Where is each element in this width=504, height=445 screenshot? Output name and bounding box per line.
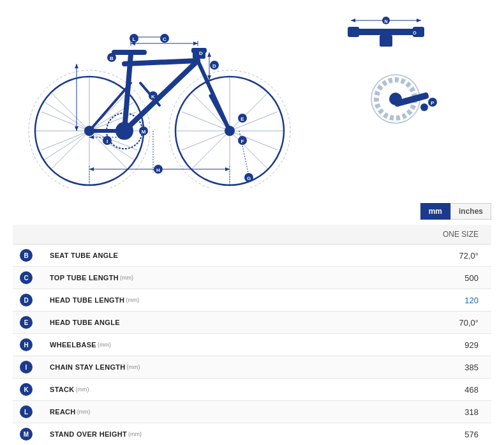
table-row: HWHEELBASE(mm)929 xyxy=(13,334,491,356)
table-row: KSTACK(mm)468 xyxy=(13,379,491,401)
svg-marker-52 xyxy=(75,126,78,131)
row-label: TOP TUBE LENGTH xyxy=(50,274,119,282)
svg-text:H: H xyxy=(156,167,160,173)
label-cell: STACK(mm) xyxy=(45,379,268,401)
label-cell: WHEELBASE(mm) xyxy=(45,334,268,356)
row-badge: D xyxy=(20,294,33,306)
svg-line-20 xyxy=(124,61,198,64)
row-unit: (mm) xyxy=(77,409,91,415)
label-cell: HEAD TUBE ANGLE xyxy=(45,312,268,334)
svg-text:F: F xyxy=(241,139,244,144)
label-cell: SEAT TUBE ANGLE xyxy=(45,245,268,267)
badge-cell: I xyxy=(13,356,45,379)
crank-diagram: P xyxy=(364,70,440,128)
table-row: LREACH(mm)318 xyxy=(13,401,491,423)
specs-table: ONE SIZE BSEAT TUBE ANGLE72,0°CTOP TUBE … xyxy=(13,225,491,445)
badge-cell: D xyxy=(13,289,45,312)
label-cell: TOP TUBE LENGTH(mm) xyxy=(45,267,268,289)
inches-button[interactable]: inches xyxy=(450,203,491,220)
value-cell: 929 xyxy=(268,334,491,356)
svg-text:N: N xyxy=(384,19,387,24)
svg-text:L: L xyxy=(133,36,136,42)
svg-text:G: G xyxy=(247,176,251,181)
table-col-badge xyxy=(13,225,268,245)
table-row: EHEAD TUBE ANGLE70,0° xyxy=(13,312,491,334)
badge-cell: E xyxy=(13,312,45,334)
table-row: MSTAND OVER HEIGHT(mm)576 xyxy=(13,423,491,446)
svg-rect-85 xyxy=(348,27,359,37)
badge-cell: L xyxy=(13,401,45,423)
svg-marker-38 xyxy=(193,41,198,45)
row-badge: C xyxy=(20,271,33,284)
bike-diagram: B C D E F H I K L xyxy=(13,6,293,188)
value-cell: 468 xyxy=(268,379,491,401)
label-cell: HEAD TUBE LENGTH(mm) xyxy=(45,289,268,312)
svg-rect-83 xyxy=(351,29,421,35)
badge-cell: M xyxy=(13,423,45,446)
value-cell: 500 xyxy=(268,267,491,289)
table-row: ICHAIN STAY LENGTH(mm)385 xyxy=(13,356,491,379)
row-label: STACK xyxy=(50,386,75,393)
row-unit: (mm) xyxy=(127,364,140,370)
svg-text:P: P xyxy=(431,100,434,106)
row-badge: E xyxy=(20,316,33,329)
row-label: SEAT TUBE ANGLE xyxy=(50,252,118,259)
svg-text:B: B xyxy=(110,56,114,61)
table-row: BSEAT TUBE ANGLE72,0° xyxy=(13,245,491,267)
row-badge: L xyxy=(20,405,33,418)
svg-marker-43 xyxy=(89,167,94,171)
value-cell: 120 xyxy=(268,289,491,312)
value-cell: 385 xyxy=(268,356,491,379)
table-col-size: ONE SIZE xyxy=(268,225,491,245)
handlebar-diagram: O N xyxy=(345,13,427,57)
row-label: HEAD TUBE LENGTH xyxy=(50,296,124,304)
svg-marker-88 xyxy=(351,19,355,22)
svg-text:O: O xyxy=(413,31,417,35)
diagram-area: B C D E F H I K L xyxy=(0,0,504,198)
value-cell: 318 xyxy=(268,401,491,423)
svg-text:I: I xyxy=(107,139,108,144)
svg-marker-44 xyxy=(225,167,230,171)
row-badge: M xyxy=(20,428,33,441)
svg-line-21 xyxy=(124,61,198,131)
label-cell: STAND OVER HEIGHT(mm) xyxy=(45,423,268,446)
table-row: DHEAD TUBE LENGTH(mm)120 xyxy=(13,289,491,312)
row-label: REACH xyxy=(50,408,76,416)
svg-marker-48 xyxy=(207,52,211,57)
row-badge: B xyxy=(20,249,33,262)
badge-cell: C xyxy=(13,267,45,289)
svg-text:K: K xyxy=(151,94,155,100)
unit-toggle-container: mm inches xyxy=(0,198,504,225)
label-cell: REACH(mm) xyxy=(45,401,268,423)
row-badge: K xyxy=(20,383,33,396)
value-cell: 576 xyxy=(268,423,491,446)
row-badge: I xyxy=(20,361,33,373)
table-row: CTOP TUBE LENGTH(mm)500 xyxy=(13,267,491,289)
badge-cell: B xyxy=(13,245,45,267)
badge-cell: H xyxy=(13,334,45,356)
row-label: HEAD TUBE ANGLE xyxy=(50,319,120,326)
svg-text:M: M xyxy=(142,129,146,135)
svg-rect-84 xyxy=(380,35,392,47)
svg-rect-28 xyxy=(112,50,147,55)
svg-point-98 xyxy=(420,103,428,111)
row-unit: (mm) xyxy=(126,297,139,303)
svg-text:C: C xyxy=(163,36,167,42)
row-label: STAND OVER HEIGHT xyxy=(50,430,127,438)
row-unit: (mm) xyxy=(120,275,133,281)
svg-marker-89 xyxy=(417,19,421,22)
row-badge: H xyxy=(20,338,33,351)
row-unit: (mm) xyxy=(128,431,142,437)
row-label: CHAIN STAY LENGTH xyxy=(50,363,126,371)
badge-cell: K xyxy=(13,379,45,401)
svg-text:D: D xyxy=(199,50,203,56)
row-label: WHEELBASE xyxy=(50,341,96,349)
svg-marker-51 xyxy=(75,64,78,68)
label-cell: CHAIN STAY LENGTH(mm) xyxy=(45,356,268,379)
value-cell: 72,0° xyxy=(268,245,491,267)
svg-text:E: E xyxy=(241,116,244,122)
mm-button[interactable]: mm xyxy=(420,203,450,220)
row-unit: (mm) xyxy=(98,342,111,348)
svg-text:D: D xyxy=(212,63,216,69)
row-unit: (mm) xyxy=(76,386,89,393)
